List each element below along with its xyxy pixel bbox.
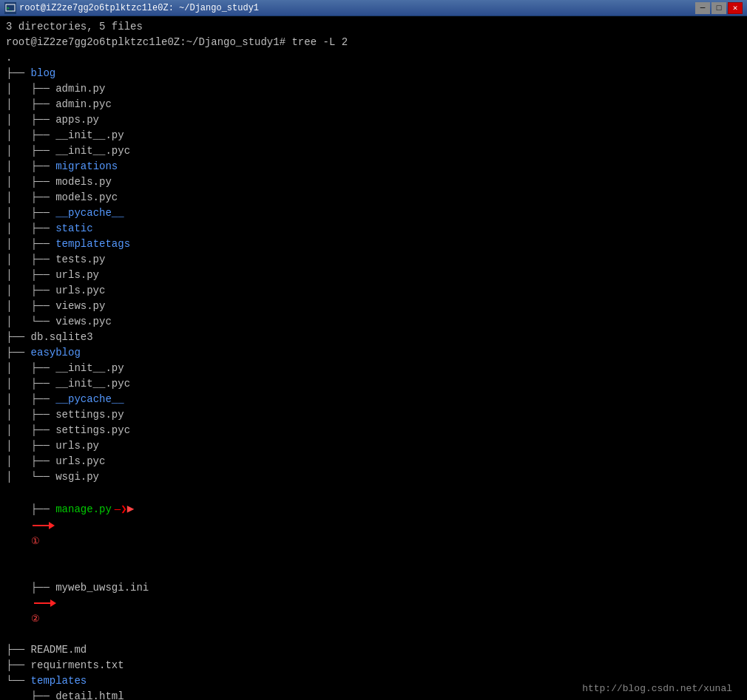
tree-line: │ ├── admin.pyc: [6, 97, 741, 112]
tree-line: │ ├── __init__.pyc: [6, 376, 741, 392]
tree-line: │ ├── settings.pyc: [6, 423, 741, 438]
tree-line: │ ├── __pycache__: [6, 392, 741, 407]
titlebar: >_ root@iZ2ze7gg2o6tplktzc1le0Z: ~/Djang…: [0, 0, 747, 16]
tree-line: │ ├── migrations: [6, 159, 741, 174]
maximize-button[interactable]: □: [711, 2, 726, 14]
tree-line-uwsgi: ├── myweb_uwsgi.ini ②: [6, 565, 741, 642]
titlebar-buttons: ─ □ ✕: [695, 2, 743, 14]
tree-line: │ ├── urls.pyc: [6, 454, 741, 469]
tree-line: │ ├── __pycache__: [6, 205, 741, 221]
svg-marker-4: [49, 522, 55, 529]
terminal[interactable]: 3 directories, 5 files root@iZ2ze7gg2o6t…: [0, 16, 747, 700]
tree-line: ├── requirments.txt: [6, 658, 741, 673]
tree-root: .: [6, 50, 741, 66]
svg-text:>_: >_: [7, 5, 13, 11]
tree-line: │ └── wsgi.py: [6, 469, 741, 485]
titlebar-title: root@iZ2ze7gg2o6tplktzc1le0Z: ~/Django_s…: [19, 3, 259, 13]
terminal-icon: >_: [4, 2, 16, 14]
url-text: http://blog.csdn.net/xunal: [582, 683, 732, 694]
tree-line: ├── README.md: [6, 642, 741, 658]
tree-line: │ ├── static: [6, 221, 741, 237]
output-line: 3 directories, 5 files: [6, 19, 741, 35]
tree-line: │ ├── apps.py: [6, 112, 741, 128]
tree-line: ├── easyblog: [6, 345, 741, 361]
tree-line: │ ├── admin.py: [6, 81, 741, 97]
prompt-line: root@iZ2ze7gg2o6tplktzc1le0Z:~/Django_st…: [6, 35, 741, 50]
tree-line: │ ├── __init__.py: [6, 361, 741, 376]
minimize-button[interactable]: ─: [695, 2, 710, 14]
tree-line-manage: ├── manage.py—❯▶ ①: [6, 485, 741, 565]
tree-line: │ ├── models.pyc: [6, 190, 741, 205]
tree-line: │ ├── urls.py: [6, 438, 741, 454]
tree-line: │ ├── templatetags: [6, 237, 741, 252]
tree-line: │ ├── urls.py: [6, 268, 741, 283]
close-button[interactable]: ✕: [728, 2, 743, 14]
tree-line: │ ├── urls.pyc: [6, 283, 741, 299]
tree-line: │ ├── tests.py: [6, 252, 741, 268]
tree-line: ├── db.sqlite3: [6, 330, 741, 345]
tree-line: │ ├── __init__.pyc: [6, 143, 741, 159]
tree-line: │ ├── __init__.py: [6, 128, 741, 143]
tree-line: │ └── views.pyc: [6, 314, 741, 330]
svg-marker-6: [50, 599, 56, 607]
tree-line: │ ├── settings.py: [6, 407, 741, 423]
tree-line: │ ├── views.py: [6, 299, 741, 314]
tree-line: │ ├── models.py: [6, 174, 741, 190]
tree-line: ├── blog: [6, 66, 741, 81]
titlebar-left: >_ root@iZ2ze7gg2o6tplktzc1le0Z: ~/Djang…: [4, 2, 259, 14]
